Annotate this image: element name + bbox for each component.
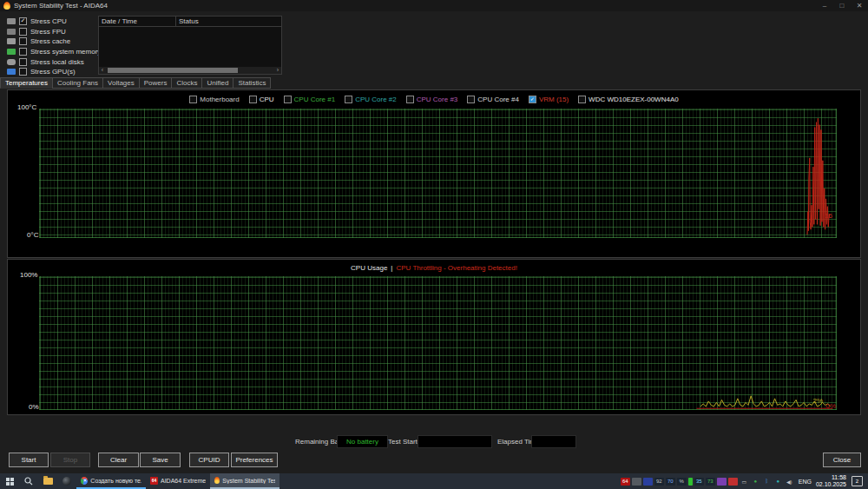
clear-button[interactable]: Clear xyxy=(98,453,139,467)
legend-item-vrm[interactable]: ✓ VRM (15) xyxy=(529,96,569,103)
legend-item-motherboard[interactable]: Motherboard xyxy=(189,96,239,103)
sensor-bar-green[interactable] xyxy=(688,478,693,486)
legend-checkbox[interactable] xyxy=(406,96,414,103)
stress-option-cache[interactable]: Stress cache xyxy=(7,36,101,47)
close-window-button[interactable]: ✕ xyxy=(851,0,868,11)
test-started-value xyxy=(418,435,492,448)
clock-time: 11:58 xyxy=(832,474,846,480)
legend-item-cpu-core1[interactable]: CPU Core #1 xyxy=(284,96,336,103)
legend-checkbox[interactable] xyxy=(284,96,292,103)
legend-checkbox[interactable] xyxy=(345,96,352,103)
windows-logo-icon xyxy=(6,478,14,486)
legend-checkbox[interactable] xyxy=(578,96,586,103)
tab-powers[interactable]: Powers xyxy=(139,77,173,89)
stress-cpu-checkbox[interactable]: ✓ xyxy=(19,17,27,25)
sensor-icon-purple[interactable] xyxy=(717,478,727,486)
start-menu-button[interactable] xyxy=(0,473,19,489)
task-chrome[interactable]: Создать новую те... xyxy=(76,473,146,489)
app-dark-circle-button[interactable] xyxy=(57,473,76,489)
sensor-value-73[interactable]: 73 xyxy=(706,478,715,486)
maximize-button[interactable]: □ xyxy=(833,0,851,11)
close-button[interactable]: Close xyxy=(823,453,861,467)
volume-icon[interactable]: ◀) xyxy=(785,478,794,486)
stress-disks-checkbox[interactable] xyxy=(19,58,27,66)
preferences-button[interactable]: Preferences xyxy=(231,453,278,467)
sensor-value-70[interactable]: 70 xyxy=(666,478,675,486)
scrollbar-thumb[interactable] xyxy=(108,68,238,73)
scroll-left-arrow[interactable]: ‹ xyxy=(99,67,106,74)
sensor-icon-gray[interactable] xyxy=(632,478,641,486)
legend-item-cpu-core4[interactable]: CPU Core #4 xyxy=(467,96,519,103)
legend-checkbox[interactable] xyxy=(249,96,257,103)
save-button[interactable]: Save xyxy=(140,453,181,467)
task-aida64[interactable]: 64 AIDA64 Extreme xyxy=(146,473,210,489)
taskbar: Создать новую те... 64 AIDA64 Extreme Sy… xyxy=(0,473,868,489)
tab-voltages[interactable]: Voltages xyxy=(102,77,140,89)
cpu-usage-title: CPU Usage | CPU Throttling - Overheating… xyxy=(8,264,860,272)
sensor-icon-blue[interactable] xyxy=(643,478,653,486)
stress-gpu-checkbox[interactable] xyxy=(19,68,27,76)
stress-option-disks[interactable]: Stress local disks xyxy=(7,56,101,67)
task-system-stability-test[interactable]: System Stability Tes... xyxy=(210,473,279,489)
notification-badge: 2 xyxy=(856,479,858,484)
legend-item-cpu-core2[interactable]: CPU Core #2 xyxy=(345,96,397,103)
cpuid-button[interactable]: CPUID xyxy=(189,453,229,467)
throttling-current-value-label: 0% xyxy=(825,402,836,410)
sensor-icon-red[interactable] xyxy=(728,478,738,486)
legend-checkbox[interactable] xyxy=(189,96,197,103)
aida64-tray-badge[interactable]: 64 xyxy=(621,478,630,486)
gpu-icon xyxy=(7,69,16,75)
network-icon[interactable]: ● xyxy=(773,478,783,486)
stop-button[interactable]: Stop xyxy=(50,453,90,467)
stress-option-gpu[interactable]: Stress GPU(s) xyxy=(7,67,101,77)
cpu-icon xyxy=(7,18,16,24)
display-icon[interactable]: ▭ xyxy=(740,478,749,486)
disk-icon xyxy=(7,59,16,65)
legend-checkbox-checked[interactable]: ✓ xyxy=(529,96,536,103)
legend-item-cpu[interactable]: CPU xyxy=(249,96,274,103)
stress-option-memory[interactable]: Stress system memory xyxy=(7,47,101,57)
bluetooth-icon[interactable]: ᛒ xyxy=(762,478,772,486)
window-title: System Stability Test - AIDA64 xyxy=(14,2,108,10)
stress-option-fpu[interactable]: Stress FPU xyxy=(7,27,101,37)
tab-statistics[interactable]: Statistics xyxy=(233,77,271,89)
cpu-usage-chart-panel: CPU Usage | CPU Throttling - Overheating… xyxy=(7,259,861,415)
stress-memory-checkbox[interactable] xyxy=(19,48,27,56)
scroll-right-arrow[interactable]: › xyxy=(274,67,281,74)
stress-cache-checkbox[interactable] xyxy=(19,37,27,45)
log-column-status[interactable]: Status xyxy=(176,17,281,26)
cpu-usage-plot-area: 2% 0% xyxy=(39,276,837,410)
tab-temperatures[interactable]: Temperatures xyxy=(0,77,53,89)
action-center-button[interactable]: 2 xyxy=(852,476,863,486)
stress-option-cpu[interactable]: ✓ Stress CPU xyxy=(7,17,101,27)
tab-unified[interactable]: Unified xyxy=(201,77,233,89)
event-log-list[interactable]: Date / Time Status ‹ › xyxy=(98,16,282,75)
legend-item-cpu-core3[interactable]: CPU Core #3 xyxy=(406,96,458,103)
flame-icon xyxy=(214,477,220,484)
file-explorer-button[interactable] xyxy=(38,473,57,489)
cpu-usage-current-value-label: 2% xyxy=(812,397,823,405)
legend-item-wdc-disk[interactable]: WDC WD10EZEX-00WN4A0 xyxy=(578,96,679,103)
taskbar-clock[interactable]: 11:58 02.10.2025 xyxy=(816,474,846,488)
log-hscrollbar[interactable]: ‹ › xyxy=(99,67,281,74)
sensor-percent[interactable]: % xyxy=(677,478,687,486)
log-column-datetime[interactable]: Date / Time xyxy=(99,17,176,26)
legend-checkbox[interactable] xyxy=(467,96,475,103)
temperature-plot-area: 15 xyxy=(39,109,837,238)
search-button[interactable] xyxy=(19,473,38,489)
stress-fpu-checkbox[interactable] xyxy=(19,28,27,36)
fpu-icon xyxy=(7,29,16,35)
power-icon[interactable]: ● xyxy=(751,478,760,486)
start-button[interactable]: Start xyxy=(9,453,49,467)
folder-icon xyxy=(43,478,53,485)
minimize-button[interactable]: – xyxy=(816,0,833,11)
clock-date: 02.10.2025 xyxy=(816,481,846,487)
language-indicator[interactable]: ENG xyxy=(799,479,812,485)
tab-cooling-fans[interactable]: Cooling Fans xyxy=(52,77,103,89)
sensor-value-92[interactable]: 92 xyxy=(654,478,664,486)
stress-cpu-label: Stress CPU xyxy=(30,17,67,25)
graph-tabs: Temperatures Cooling Fans Voltages Power… xyxy=(0,77,270,89)
sensor-value-35[interactable]: 35 xyxy=(694,478,704,486)
search-icon xyxy=(24,477,33,486)
tab-clocks[interactable]: Clocks xyxy=(171,77,202,89)
